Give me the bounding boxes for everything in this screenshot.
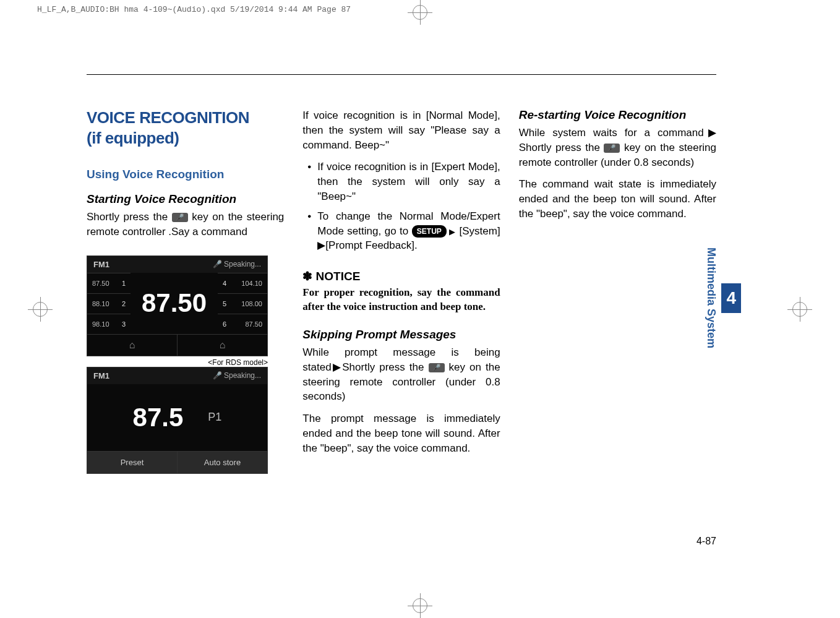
heading-restarting: Re-starting Voice Recognition (519, 108, 716, 122)
file-header: H_LF_A,B_AUDIO:BH hma 4-109~(Audio).qxd … (37, 5, 351, 14)
section-title-line2: (if equipped) (87, 129, 284, 148)
heading-skipping: Skipping Prompt Messages (302, 328, 500, 341)
radio-screenshot-1: FM1 🎤 Speaking... 87.501 88.102 98.103 8… (87, 255, 268, 356)
bullet-change-mode: To change the Normal Mode/Expert Mode se… (302, 209, 500, 253)
notice-heading: ✽ NOTICE (302, 269, 500, 283)
page-number: 4-87 (696, 536, 716, 547)
radio2-preset-button: Preset (87, 452, 178, 473)
voice-key-icon: 🎤 (172, 213, 188, 222)
radio2-speaking: 🎤 Speaking... (213, 371, 261, 380)
crop-circle-top (413, 5, 427, 20)
rds-caption: <For RDS model> (87, 358, 268, 367)
preset-cell: 5108.00 (218, 293, 267, 314)
crop-circle-right (792, 302, 807, 317)
radio1-right-presets: 4104.10 5108.00 687.50 (218, 273, 267, 334)
column-3: Re-starting Voice Recognition While syst… (519, 108, 716, 474)
notice-word: NOTICE (316, 270, 361, 283)
radio1-footer-icon-1: ⌂ (87, 335, 178, 356)
radio2-band: FM1 (93, 371, 109, 380)
chapter-tab: 4 Multimedia System (701, 241, 741, 354)
notice-body: For proper recognition, say the command … (302, 286, 500, 314)
notice-star-icon: ✽ (302, 270, 312, 283)
para-skipping-1: While prompt message is being stated▶Sho… (302, 345, 500, 404)
para-starting-pre: Shortly press the (87, 211, 172, 223)
radio1-speaking: 🎤 Speaking... (213, 260, 261, 268)
radio1-main-frequency: 87.50 (131, 282, 218, 324)
radio1-footer-icon-2: ⌂ (178, 335, 267, 356)
column-2: If voice recognition is in [Normal Mode]… (302, 108, 500, 474)
radio1-left-presets: 87.501 88.102 98.103 (87, 273, 131, 334)
section-title-line1: VOICE RECOGNITION (87, 108, 284, 127)
para-restarting-2: The command wait state is immediately en… (519, 177, 716, 221)
crop-circle-bottom (413, 598, 427, 613)
radio2-preset-label: P1 (208, 411, 221, 424)
chapter-number: 4 (721, 283, 741, 313)
radio1-band: FM1 (93, 260, 109, 269)
radio-screenshot-2: FM1 🎤 Speaking... 87.5 P1 Preset Auto st… (87, 367, 268, 474)
preset-cell: 88.102 (87, 293, 131, 314)
setup-button-label: SETUP (412, 225, 447, 238)
preset-cell: 87.501 (87, 273, 131, 293)
voice-key-icon: 🎤 (604, 144, 620, 153)
crop-circle-left (33, 302, 48, 317)
para-skipping-2: The prompt message is immediately ended … (302, 411, 500, 455)
voice-key-icon: 🎤 (429, 363, 445, 372)
para-normal-mode: If voice recognition is in [Normal Mode]… (302, 108, 500, 152)
chapter-label: Multimedia System (701, 241, 721, 354)
para-starting: Shortly press the 🎤 key on the steering … (87, 210, 284, 239)
heading-using-voice: Using Voice Recognition (87, 168, 284, 181)
heading-starting-voice: Starting Voice Recognition (87, 192, 284, 206)
horizontal-rule (87, 74, 716, 75)
radio2-frequency: 87.5 (133, 403, 184, 432)
preset-cell: 98.103 (87, 314, 131, 334)
para-restarting-1: While system waits for a command▶ Shortl… (519, 126, 716, 170)
bullet-expert-mode: If voice recognition is in [Expert Mode]… (302, 160, 500, 204)
column-1: VOICE RECOGNITION (if equipped) Using Vo… (87, 108, 284, 474)
triangle-icon: ▶ (447, 227, 456, 236)
preset-cell: 687.50 (218, 314, 267, 334)
radio2-autostore-button: Auto store (178, 452, 267, 473)
preset-cell: 4104.10 (218, 273, 267, 293)
